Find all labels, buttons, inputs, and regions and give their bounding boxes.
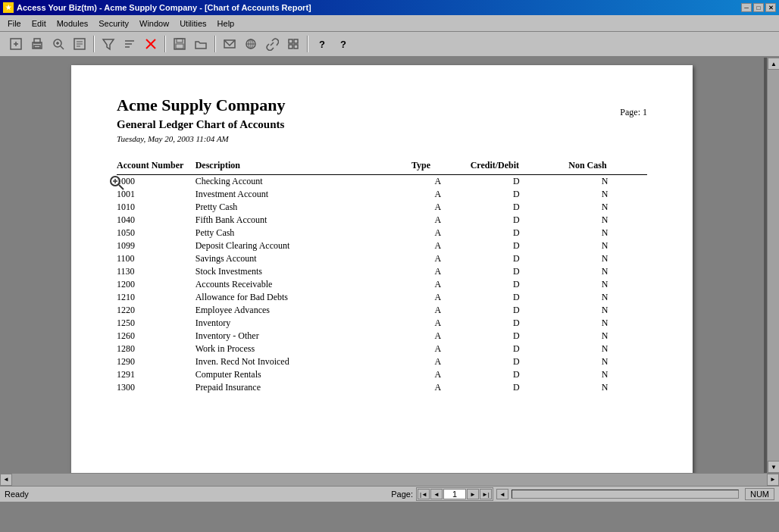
- nav-last[interactable]: ►|: [480, 489, 492, 499]
- menu-utilities[interactable]: Utilities: [175, 16, 211, 31]
- menu-edit[interactable]: Edit: [27, 16, 51, 31]
- toolbar-new[interactable]: [6, 34, 26, 54]
- cell-type: A: [411, 239, 471, 252]
- toolbar: ? ?: [0, 32, 779, 58]
- table-row: 1291 Computer Rentals A D N: [117, 368, 647, 381]
- cell-non-cash: N: [568, 304, 647, 317]
- svg-rect-31: [294, 45, 298, 49]
- col-header-type: Type: [411, 158, 471, 175]
- toolbar-filter[interactable]: [99, 34, 118, 54]
- svg-marker-14: [103, 39, 114, 49]
- cell-credit-debit: D: [471, 278, 569, 291]
- svg-line-7: [61, 46, 64, 49]
- cell-account: 1200: [117, 278, 196, 291]
- table-row: 1300 Prepaid Insurance A D N: [117, 381, 647, 394]
- cell-description: Deposit Clearing Account: [196, 239, 411, 252]
- toolbar-link3[interactable]: [283, 34, 303, 54]
- menu-bar: File Edit Modules Security Window Utilit…: [0, 15, 779, 32]
- toolbar-help1[interactable]: ?: [312, 34, 332, 54]
- menu-security[interactable]: Security: [94, 16, 133, 31]
- toolbar-link2[interactable]: [262, 34, 282, 54]
- scroll-up-button[interactable]: ▲: [768, 58, 779, 70]
- toolbar-sep-2: [164, 36, 166, 52]
- col-header-description: Description: [196, 158, 411, 175]
- nav-next[interactable]: ►: [467, 489, 479, 499]
- status-progress: [512, 490, 739, 499]
- table-row: 1099 Deposit Clearing Account A D N: [117, 239, 647, 252]
- page-label: Page:: [620, 107, 640, 117]
- cell-non-cash: N: [568, 317, 647, 330]
- toolbar-sort[interactable]: [120, 34, 139, 54]
- cell-description: Inventory: [196, 317, 411, 330]
- cell-type: A: [411, 291, 471, 304]
- cell-type: A: [411, 227, 471, 239]
- page-number-input[interactable]: [443, 489, 466, 499]
- zoom-icon[interactable]: [109, 175, 124, 194]
- status-right: NUM: [512, 488, 774, 500]
- cell-type: A: [411, 317, 471, 330]
- cell-non-cash: N: [568, 381, 647, 394]
- cell-credit-debit: D: [471, 330, 569, 343]
- toolbar-zoom[interactable]: [48, 34, 68, 54]
- cell-type: A: [411, 265, 471, 278]
- cell-non-cash: N: [568, 214, 647, 227]
- cell-non-cash: N: [568, 201, 647, 214]
- cell-description: Computer Rentals: [196, 368, 411, 381]
- cell-description: Accounts Receivable: [196, 278, 411, 291]
- scroll-left-button[interactable]: ◄: [0, 474, 12, 486]
- cell-account: 1210: [117, 291, 196, 304]
- toolbar-email[interactable]: [220, 34, 239, 54]
- cell-account: 1291: [117, 368, 196, 381]
- table-row: 1040 Fifth Bank Account A D N: [117, 214, 647, 227]
- nav-first[interactable]: |◄: [418, 489, 430, 499]
- cell-type: A: [411, 304, 471, 317]
- menu-help[interactable]: Help: [213, 16, 239, 31]
- cell-account: 1290: [117, 355, 196, 368]
- nav-prev[interactable]: ◄: [430, 489, 443, 499]
- minimize-button[interactable]: ─: [741, 3, 752, 12]
- toolbar-sep-1: [93, 36, 95, 52]
- cell-account: 1040: [117, 214, 196, 227]
- close-button[interactable]: ✕: [765, 3, 776, 12]
- scroll-right-button[interactable]: ►: [767, 474, 779, 486]
- col-header-non-cash: Non Cash: [568, 158, 647, 175]
- toolbar-save[interactable]: [170, 34, 189, 54]
- cell-non-cash: N: [568, 355, 647, 368]
- scroll-down-button[interactable]: ▼: [768, 461, 779, 473]
- toolbar-delete[interactable]: [141, 34, 161, 54]
- cell-description: Investment Account: [196, 188, 411, 201]
- nav-controls: |◄ ◄ ► ►|: [416, 487, 493, 501]
- document-area: Acme Supply Company General Ledger Chart…: [0, 58, 764, 473]
- cell-non-cash: N: [568, 343, 647, 355]
- cell-description: Allowance for Bad Debts: [196, 291, 411, 304]
- cell-type: A: [411, 214, 471, 227]
- scroll-track[interactable]: [768, 70, 779, 461]
- cell-credit-debit: D: [471, 188, 569, 201]
- bottom-scrollbar: ◄ ►: [0, 473, 779, 485]
- toolbar-open[interactable]: [191, 34, 211, 54]
- svg-line-33: [119, 185, 124, 189]
- toolbar-preview[interactable]: [70, 34, 89, 54]
- cell-non-cash: N: [568, 368, 647, 381]
- cell-description: Fifth Bank Account: [196, 214, 411, 227]
- menu-file[interactable]: File: [3, 16, 26, 31]
- menu-window[interactable]: Window: [135, 16, 174, 31]
- report-date: Tuesday, May 20, 2003 11:04 AM: [117, 134, 647, 143]
- cell-non-cash: N: [568, 252, 647, 265]
- document: Acme Supply Company General Ledger Chart…: [71, 65, 693, 473]
- cell-type: A: [411, 368, 471, 381]
- toolbar-help2[interactable]: ?: [333, 34, 353, 54]
- cell-account: 1250: [117, 317, 196, 330]
- right-scrollbar: ▲ ▼: [767, 58, 779, 473]
- toolbar-link1[interactable]: [241, 34, 261, 54]
- h-scroll-track[interactable]: [12, 474, 767, 486]
- cell-account: 1130: [117, 265, 196, 278]
- nav-extra[interactable]: ◄: [496, 489, 508, 499]
- toolbar-print[interactable]: [27, 34, 47, 54]
- cell-non-cash: N: [568, 330, 647, 343]
- table-row: 1000 Checking Account A D N: [117, 175, 647, 189]
- cell-account: 1000: [117, 175, 196, 189]
- menu-modules[interactable]: Modules: [52, 16, 93, 31]
- maximize-button[interactable]: □: [753, 3, 764, 12]
- table-row: 1260 Inventory - Other A D N: [117, 330, 647, 343]
